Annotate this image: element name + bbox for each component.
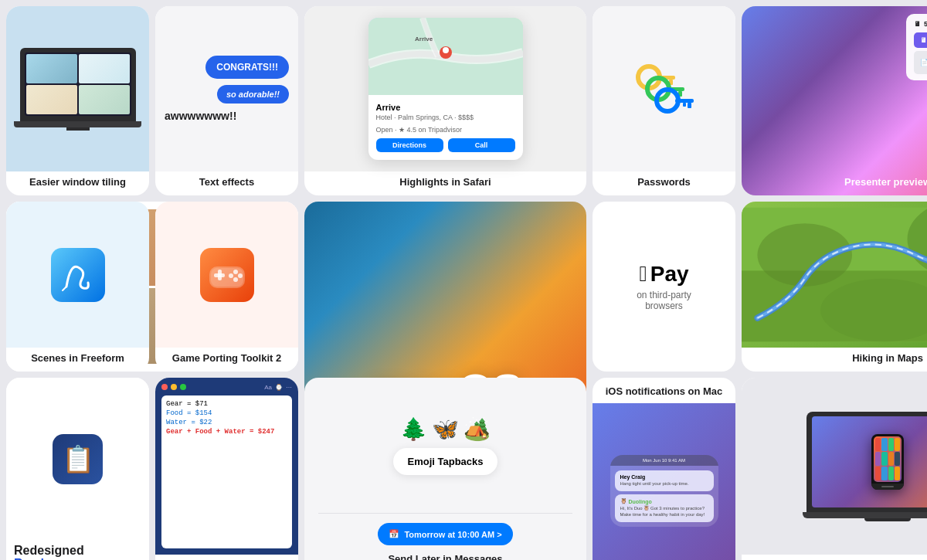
math-content: Gear = $71 Food = $154 Water = $22 Gear … bbox=[161, 395, 292, 548]
app-icon-8 bbox=[895, 452, 900, 466]
reader-preview: 📋 bbox=[6, 378, 149, 541]
presenter-popup: 🖥 50% 🖥 Share This Window 📄 Share All Pa… bbox=[906, 14, 927, 80]
laptop-frame bbox=[20, 48, 136, 121]
hiking-map-svg bbox=[742, 202, 927, 348]
tent-emoji: 🏕️ bbox=[464, 416, 491, 442]
presenter-preview: 🖥 50% 🖥 Share This Window 📄 Share All Pa… bbox=[742, 6, 927, 171]
location-sub: Hotel · Palm Springs, CA · $$$$ bbox=[376, 114, 515, 121]
laptop-illustration bbox=[14, 48, 141, 131]
laptop-phone-setup bbox=[803, 412, 927, 521]
freeform-icon-svg bbox=[51, 248, 105, 302]
emoji-bubble: Emoji Tapbacks bbox=[393, 448, 497, 475]
congrats-bubble: CONGRATS!!! bbox=[205, 56, 289, 79]
notif1-body: Hang tight until your pick-up time. bbox=[620, 481, 708, 487]
safari-label: Highlights in Safari bbox=[393, 171, 497, 195]
card-math-notes: Aa⌚⋯ Gear = $71 Food = $154 Water = $22 … bbox=[155, 378, 298, 560]
applepay-sub: on third-partybrowsers bbox=[637, 290, 691, 311]
ios-notif-header-label: iOS notifications on Mac bbox=[599, 378, 729, 403]
app-icon-5 bbox=[875, 452, 881, 466]
game-porting-label: Game Porting Toolkit 2 bbox=[166, 348, 287, 372]
card-passwords: Passwords bbox=[593, 6, 735, 195]
freeform-label: Scenes in Freeform bbox=[25, 348, 131, 372]
directions-btn[interactable]: Directions bbox=[376, 138, 443, 152]
app-icon-2 bbox=[881, 438, 887, 452]
app-icon-7 bbox=[888, 452, 894, 466]
svg-text:Arrive: Arrive bbox=[415, 36, 433, 42]
share-all-icon: 📄 bbox=[920, 59, 927, 66]
emoji-content: 🌲 🦋 🏕️ Emoji Tapbacks bbox=[384, 378, 506, 513]
win-dot-yellow bbox=[171, 384, 177, 390]
win-dot-green bbox=[180, 384, 186, 390]
phone-screen-grid bbox=[874, 436, 902, 482]
ios-status-bar: Mon Jun 10 9:41 AM bbox=[610, 455, 718, 466]
presenter-icon: 🖥 bbox=[914, 20, 921, 28]
applepay-content:  Pay on third-partybrowsers bbox=[593, 202, 735, 372]
call-btn[interactable]: Call bbox=[448, 138, 515, 152]
card-reader: 📋 Redesigned Reader bbox=[6, 378, 149, 560]
share-all-btn[interactable]: 📄 Share All Pages Windows bbox=[914, 51, 927, 74]
svg-point-30 bbox=[233, 277, 238, 282]
hiking-label: Hiking in Maps bbox=[846, 348, 927, 372]
map-svg: Arrive bbox=[368, 18, 523, 95]
keys-svg bbox=[626, 50, 703, 127]
math-line-3: Water = $22 bbox=[166, 419, 287, 426]
notif2-title: 🦉 Duolingo bbox=[620, 498, 708, 504]
game-porting-icon-svg bbox=[200, 248, 254, 302]
laptop2-frame bbox=[806, 412, 927, 512]
laptop2-notch bbox=[864, 518, 911, 521]
calendar-icon: 📅 bbox=[389, 529, 399, 539]
safari-preview: Arrive Arrive Hotel · Palm Springs, CA ·… bbox=[304, 6, 586, 171]
share-window-btn[interactable]: 🖥 Share This Window bbox=[914, 32, 927, 48]
applepay-logo:  Pay bbox=[639, 262, 688, 287]
card-ios-notifications: iOS notifications on Mac Mon Jun 10 9:41… bbox=[593, 378, 735, 560]
app-icon-9 bbox=[875, 467, 881, 480]
card-freeform: Scenes in Freeform bbox=[6, 202, 149, 372]
screen-tile-2 bbox=[79, 54, 130, 83]
card-hiking: Hiking in Maps bbox=[742, 202, 927, 372]
reader-icon: 📋 bbox=[53, 434, 103, 484]
screen-tile-4 bbox=[79, 85, 130, 114]
svg-point-28 bbox=[238, 273, 243, 278]
send-later-label: Send Later in Messages bbox=[388, 552, 502, 560]
location-title: Arrive bbox=[376, 103, 515, 112]
tiling-label: Easier window tiling bbox=[23, 171, 132, 195]
svg-point-2 bbox=[443, 47, 449, 53]
math-window-bar: Aa⌚⋯ bbox=[161, 384, 292, 391]
text-effects-preview: CONGRATS!!! so adorable!! awwwwwww!! bbox=[155, 6, 298, 171]
laptop-notch bbox=[66, 127, 90, 131]
screen-tile-3 bbox=[26, 85, 77, 114]
safari-map: Arrive bbox=[368, 18, 523, 95]
ios-notif-1: Hey Craig Hang tight until your pick-up … bbox=[615, 470, 714, 491]
phone-home-bar bbox=[871, 484, 904, 490]
card-game-porting: Game Porting Toolkit 2 bbox=[155, 202, 298, 372]
card-applepay:  Pay on third-partybrowsers bbox=[593, 202, 735, 372]
phone-on-screen bbox=[871, 434, 904, 490]
ios-status-time: Mon Jun 10 9:41 AM bbox=[643, 458, 685, 463]
presenter-popup-title: 🖥 50% bbox=[914, 20, 927, 28]
screen-tile-1 bbox=[26, 54, 77, 83]
game-porting-preview bbox=[155, 202, 298, 348]
presenter-label: Presenter preview bbox=[838, 171, 927, 195]
ios-notif-preview: Mon Jun 10 9:41 AM Hey Craig Hang tight … bbox=[593, 403, 735, 560]
apple-icon:  bbox=[639, 262, 647, 287]
notif1-title: Hey Craig bbox=[620, 474, 708, 480]
ios-phone-frame: Mon Jun 10 9:41 AM Hey Craig Hang tight … bbox=[610, 455, 718, 526]
location-rating: Open · ★ 4.5 on Tripadvisor bbox=[376, 126, 515, 134]
svg-rect-26 bbox=[218, 270, 222, 280]
math-label: Math Notes bbox=[193, 555, 260, 560]
card-emoji-sendlater: 🌲 🦋 🏕️ Emoji Tapbacks 📅 Tomorrow at 10:0… bbox=[304, 378, 586, 560]
reader-labels: Redesigned Reader bbox=[6, 541, 92, 560]
laptop2-screen bbox=[812, 416, 927, 507]
app-icon-3 bbox=[888, 438, 894, 452]
svg-rect-13 bbox=[675, 99, 694, 103]
awww-text: awwwwwww!! bbox=[165, 110, 236, 122]
app-icon-6 bbox=[881, 452, 887, 466]
tomorrow-btn[interactable]: 📅 Tomorrow at 10:00 AM > bbox=[378, 523, 512, 545]
card-iphone-mirroring: iPhone Mirroring bbox=[742, 378, 927, 560]
app-icon-10 bbox=[881, 467, 887, 480]
card-presenter: 🖥 50% 🖥 Share This Window 📄 Share All Pa… bbox=[742, 6, 927, 195]
svg-rect-15 bbox=[683, 103, 686, 107]
app-icon-4 bbox=[895, 438, 900, 452]
win-dot-red bbox=[161, 384, 168, 390]
card-tiling: Easier window tiling bbox=[6, 6, 149, 195]
